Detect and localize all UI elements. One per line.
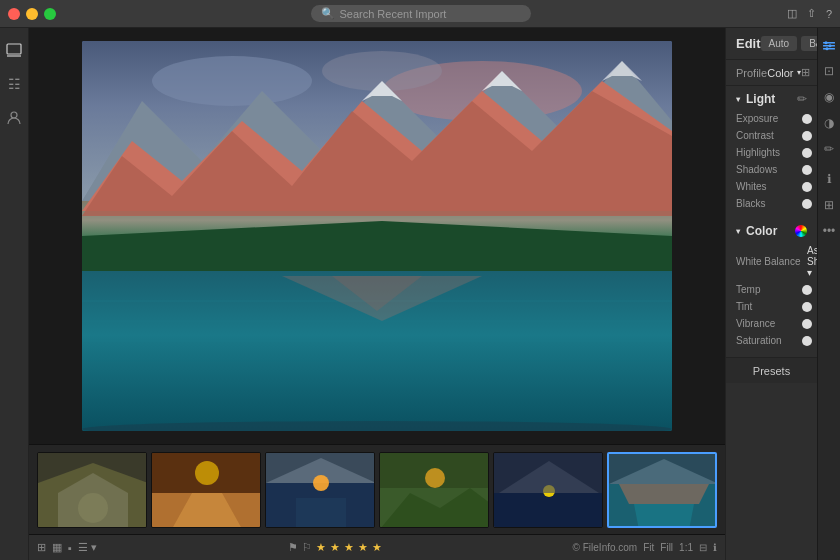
tint-row: Tint 0: [726, 298, 817, 315]
light-edit-icon[interactable]: ✏: [797, 92, 807, 106]
svg-point-59: [829, 44, 832, 47]
svg-point-4: [152, 56, 312, 106]
main-layout: ☷: [0, 28, 840, 560]
saturation-label: Saturation: [736, 335, 801, 346]
fill-label[interactable]: Fill: [660, 542, 673, 553]
white-balance-row: White Balance As Shot ▾ ✦: [726, 242, 817, 281]
rt-versions-icon[interactable]: ⊞: [818, 194, 840, 216]
view-grid-icon[interactable]: ⊞: [37, 541, 46, 554]
filter-icon[interactable]: ◫: [787, 7, 797, 20]
search-input[interactable]: [339, 8, 521, 20]
search-input-wrap[interactable]: 🔍: [311, 5, 531, 22]
auto-button[interactable]: Auto: [761, 36, 798, 51]
svg-point-60: [826, 47, 829, 50]
wb-value-select[interactable]: As Shot ▾: [807, 245, 817, 278]
wb-label: White Balance: [736, 256, 801, 267]
flag-icon[interactable]: ⚑: [288, 541, 298, 554]
bottom-center: ⚑ ⚐ ★ ★ ★ ★ ★: [288, 541, 382, 554]
svg-marker-53: [619, 484, 709, 504]
main-photo: [82, 41, 672, 431]
tint-label: Tint: [736, 301, 801, 312]
profile-row: Profile Color ▾ ⊞: [726, 60, 817, 86]
share-icon[interactable]: ⇧: [807, 7, 816, 20]
rt-heal-icon[interactable]: ◉: [818, 86, 840, 108]
titlebar-right: ◫ ⇧ ?: [787, 7, 832, 20]
filmstrip-thumb-2[interactable]: [151, 452, 261, 528]
svg-rect-0: [7, 44, 21, 54]
wb-value-text: As Shot: [807, 245, 817, 267]
temp-label: Temp: [736, 284, 801, 295]
saturation-row: Saturation 0: [726, 332, 817, 349]
bottom-bar: ⊞ ▦ ▪ ☰ ▾ ⚑ ⚐ ★ ★ ★ ★ ★ © FileInfo.com F…: [29, 534, 725, 560]
color-sliders: Temp 0 Tint 0 Vibrance: [726, 281, 817, 349]
rt-crop-icon[interactable]: ⊡: [818, 60, 840, 82]
contrast-label: Contrast: [736, 130, 801, 141]
shadows-row: Shadows 0: [726, 161, 817, 178]
maximize-button[interactable]: [44, 8, 56, 20]
view-single-icon[interactable]: ▪: [68, 542, 72, 554]
exposure-label: Exposure: [736, 113, 801, 124]
fit-label[interactable]: Fit: [643, 542, 654, 553]
whites-row: Whites 0: [726, 178, 817, 195]
temp-row: Temp 0: [726, 281, 817, 298]
view-list-icon[interactable]: ▦: [52, 541, 62, 554]
svg-rect-57: [823, 48, 835, 50]
filmstrip-thumb-3[interactable]: [265, 452, 375, 528]
filmstrip-thumb-6[interactable]: [607, 452, 717, 528]
exposure-row: Exposure 0: [726, 110, 817, 127]
sidebar-item-library[interactable]: [0, 36, 28, 64]
sidebar-item-map[interactable]: ☷: [0, 70, 28, 98]
shadows-label: Shadows: [736, 164, 801, 175]
filmstrip-thumb-4[interactable]: [379, 452, 489, 528]
profile-grid-icon[interactable]: ⊞: [801, 66, 810, 79]
svg-marker-38: [296, 498, 346, 528]
copyright-text: © FileInfo.com: [573, 542, 638, 553]
contrast-row: Contrast 0: [726, 127, 817, 144]
sidebar-item-people[interactable]: [0, 104, 28, 132]
star-5[interactable]: ★: [372, 541, 382, 554]
rt-brush-icon[interactable]: ✏: [818, 138, 840, 160]
bottom-right: © FileInfo.com Fit Fill 1:1 ⊟ ℹ: [573, 542, 717, 553]
highlights-row: Highlights 0: [726, 144, 817, 161]
rt-adjust-icon[interactable]: [818, 34, 840, 56]
star-3[interactable]: ★: [344, 541, 354, 554]
presets-label: Presets: [753, 365, 790, 377]
crop-icon[interactable]: ⊟: [699, 542, 707, 553]
titlebar: 🔍 ◫ ⇧ ?: [0, 0, 840, 28]
color-section-label: Color: [746, 224, 777, 238]
edit-header: Edit Auto B&W: [726, 28, 817, 60]
svg-point-37: [313, 475, 329, 491]
svg-point-27: [78, 493, 108, 523]
view-options-icon[interactable]: ☰ ▾: [78, 541, 97, 554]
star-1[interactable]: ★: [316, 541, 326, 554]
rt-gradient-icon[interactable]: ◑: [818, 112, 840, 134]
filmstrip-thumb-1[interactable]: [37, 452, 147, 528]
flag-icon-2[interactable]: ⚐: [302, 541, 312, 554]
chevron-down-icon-color: ▾: [736, 227, 740, 236]
bottom-left: ⊞ ▦ ▪ ☰ ▾: [37, 541, 97, 554]
edit-title: Edit: [736, 36, 761, 51]
ratio-label[interactable]: 1:1: [679, 542, 693, 553]
rt-more-icon[interactable]: •••: [818, 220, 840, 242]
light-section-header[interactable]: ▾ Light ✏: [726, 86, 817, 110]
filmstrip-thumb-5[interactable]: [493, 452, 603, 528]
presets-button[interactable]: Presets: [726, 357, 817, 383]
star-4[interactable]: ★: [358, 541, 368, 554]
photo-area: [29, 28, 725, 444]
profile-value-select[interactable]: Color ▾: [767, 67, 801, 79]
color-section-header[interactable]: ▾ Color: [726, 218, 817, 242]
color-section-title: ▾ Color: [736, 224, 777, 238]
whites-label: Whites: [736, 181, 801, 192]
close-button[interactable]: [8, 8, 20, 20]
blacks-label: Blacks: [736, 198, 801, 209]
star-2[interactable]: ★: [330, 541, 340, 554]
info-icon[interactable]: ℹ: [713, 542, 717, 553]
bw-button[interactable]: B&W: [801, 36, 817, 51]
svg-rect-46: [494, 493, 603, 528]
vibrance-row: Vibrance 0: [726, 315, 817, 332]
wb-chevron-icon: ▾: [807, 267, 812, 278]
minimize-button[interactable]: [26, 8, 38, 20]
svg-point-2: [11, 112, 17, 118]
help-icon[interactable]: ?: [826, 8, 832, 20]
rt-info-icon[interactable]: ℹ: [818, 168, 840, 190]
